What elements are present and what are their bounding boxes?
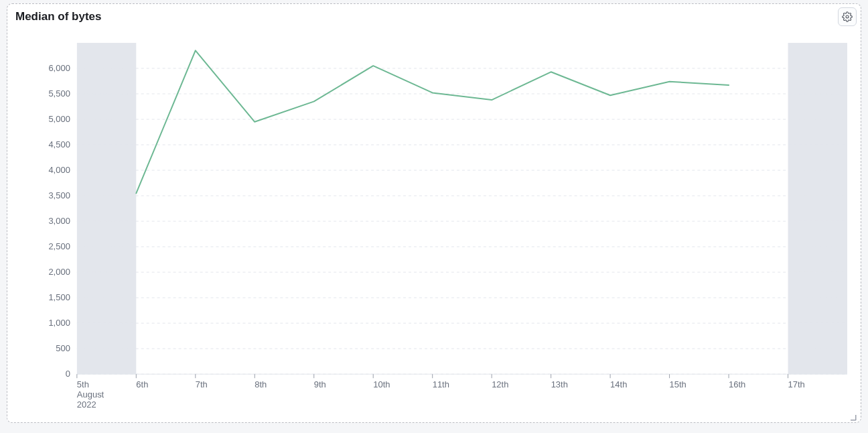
y-tick-label: 5,500	[48, 88, 70, 99]
x-tick-label: 11th	[433, 379, 449, 389]
panel-title: Median of bytes	[15, 9, 831, 24]
svg-rect-2	[855, 415, 857, 420]
shaded-range	[77, 43, 136, 374]
y-tick-label: 1,500	[48, 292, 70, 302]
chart-plot-area[interactable]: 05001,0001,5002,0002,5003,0003,5004,0004…	[15, 31, 853, 413]
y-tick-label: 3,000	[48, 216, 70, 226]
y-tick-label: 2,500	[48, 241, 70, 251]
x-tick-label: 17th	[788, 379, 805, 389]
y-tick-label: 0	[66, 369, 70, 379]
y-tick-label: 1,000	[48, 318, 70, 328]
line-chart-svg: 05001,0001,5002,0002,5003,0003,5004,0004…	[15, 31, 853, 413]
panel-resize-handle[interactable]	[849, 412, 857, 420]
x-tick-label: 9th	[314, 379, 326, 389]
y-tick-label: 6,000	[48, 63, 70, 73]
y-tick-label: 4,000	[48, 165, 70, 175]
x-tick-label: 7th	[196, 379, 208, 389]
x-tick-label: 13th	[551, 379, 568, 389]
x-tick-label: 16th	[729, 379, 745, 389]
x-tick-label: 8th	[255, 379, 267, 389]
x-tick-label: 12th	[492, 379, 508, 389]
y-tick-label: 2,000	[48, 267, 70, 277]
x-tick-label: 14th	[610, 379, 627, 389]
y-tick-label: 4,500	[48, 139, 70, 149]
x-tick-label: 6th	[136, 379, 148, 389]
svg-point-0	[846, 15, 849, 18]
panel-settings-button[interactable]	[838, 7, 857, 26]
gear-icon	[842, 11, 853, 22]
x-tick-label: 5thAugust2022	[77, 379, 104, 410]
x-tick-label: 15th	[670, 379, 686, 389]
chart-panel: Median of bytes 05001,0001,5002,0002,500…	[7, 3, 861, 423]
y-tick-label: 5,000	[48, 114, 70, 124]
y-tick-label: 3,500	[48, 190, 70, 200]
y-tick-label: 500	[56, 343, 70, 353]
series-line	[136, 50, 729, 193]
x-tick-label: 10th	[373, 379, 390, 389]
svg-rect-1	[851, 420, 856, 421]
shaded-range	[788, 43, 847, 374]
